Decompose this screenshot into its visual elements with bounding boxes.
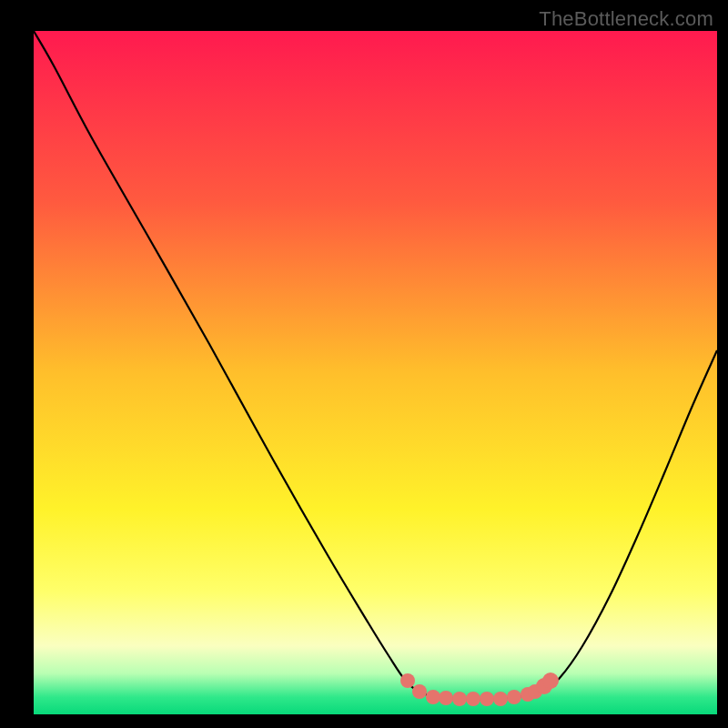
gradient-background: [34, 31, 717, 714]
trough-marker: [493, 692, 508, 706]
trough-marker: [439, 691, 453, 705]
chart-container: TheBottleneck.com: [0, 0, 728, 728]
trough-marker: [542, 672, 559, 689]
trough-marker: [400, 673, 415, 688]
watermark-text: TheBottleneck.com: [539, 7, 713, 31]
trough-marker: [412, 684, 427, 699]
trough-marker: [480, 692, 494, 706]
trough-marker: [507, 690, 521, 704]
chart-svg: [0, 0, 728, 728]
trough-marker: [466, 692, 480, 706]
trough-marker: [452, 692, 467, 706]
trough-marker: [426, 690, 440, 704]
